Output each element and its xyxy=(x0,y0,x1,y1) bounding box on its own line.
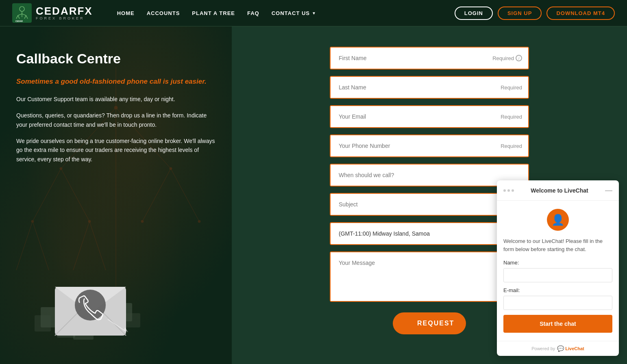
chevron-down-icon: ▼ xyxy=(312,11,316,15)
nav-links: HOME ACCOUNTS PLANT A TREE FAQ CONTACT U… xyxy=(117,10,455,16)
last-name-field: Required xyxy=(330,76,529,99)
livechat-name-label: Name: xyxy=(503,260,612,266)
svg-text:CEDAR: CEDAR xyxy=(15,20,23,22)
phone-field: Required xyxy=(330,134,529,157)
livechat-body: 👤 Welcome to our LiveChat! Please fill i… xyxy=(497,201,619,341)
livechat-name-input[interactable] xyxy=(503,268,612,282)
download-mt4-button[interactable]: DOWNLOAD MT4 xyxy=(546,6,615,20)
livechat-email-group: E-mail: xyxy=(503,287,612,315)
svg-line-14 xyxy=(61,169,89,221)
nav-plant-tree[interactable]: PLANT A TREE xyxy=(192,10,235,16)
dot-3 xyxy=(512,189,514,192)
tagline: Sometimes a good old-fashioned phone cal… xyxy=(16,77,216,87)
nav-home[interactable]: HOME xyxy=(117,10,135,16)
svg-point-24 xyxy=(31,220,34,223)
dot-2 xyxy=(507,189,510,192)
left-panel: Callback Centre Sometimes a good old-fas… xyxy=(0,26,232,364)
request-button[interactable]: REQUEST xyxy=(393,312,466,334)
livechat-widget: Welcome to LiveChat — 👤 Welcome to our L… xyxy=(497,180,619,356)
svg-point-22 xyxy=(60,167,62,170)
livechat-bubble-icon: 💬 xyxy=(557,345,564,352)
svg-line-17 xyxy=(16,221,33,270)
illustration xyxy=(33,234,146,348)
body-text-3: We pride ourselves on being a true custo… xyxy=(16,136,216,164)
svg-line-13 xyxy=(33,169,61,221)
svg-point-21 xyxy=(114,106,118,109)
logo-text: CEDARFX FOREX BROKER xyxy=(36,6,93,20)
body-text-2: Questions, queries, or quandaries? Then … xyxy=(16,111,216,129)
livechat-title: Welcome to LiveChat xyxy=(531,187,588,194)
email-input[interactable] xyxy=(331,106,528,127)
livechat-name-group: Name: xyxy=(503,260,612,287)
first-name-required: Required i xyxy=(492,55,522,61)
nav-faq[interactable]: FAQ xyxy=(247,10,259,16)
livechat-description: Welcome to our LiveChat! Please fill in … xyxy=(503,237,612,253)
nav-contact-label: CONTACT US xyxy=(272,10,310,16)
signup-button[interactable]: SIGN UP xyxy=(498,6,542,20)
livechat-avatar: 👤 xyxy=(547,209,569,231)
livechat-footer-brand: LiveChat xyxy=(565,346,584,351)
first-name-field: Required i xyxy=(330,47,529,69)
logo-brand: CEDARFX xyxy=(36,6,93,16)
svg-point-25 xyxy=(88,220,91,223)
svg-rect-29 xyxy=(35,315,51,332)
livechat-email-input[interactable] xyxy=(503,296,612,310)
body-text-1: Our Customer Support team is available a… xyxy=(16,95,216,104)
logo[interactable]: CEDAR CEDARFX FOREX BROKER xyxy=(12,3,93,23)
livechat-header: Welcome to LiveChat — xyxy=(497,180,619,201)
last-name-required: Required xyxy=(501,84,522,91)
livechat-brand: 💬 LiveChat xyxy=(557,345,584,352)
last-name-input[interactable] xyxy=(331,77,528,98)
start-chat-button[interactable]: Start the chat xyxy=(503,315,612,333)
svg-point-27 xyxy=(198,220,200,223)
nav-actions: LOGIN SIGN UP DOWNLOAD MT4 xyxy=(455,6,615,20)
login-button[interactable]: LOGIN xyxy=(455,6,493,20)
svg-line-15 xyxy=(142,169,171,221)
livechat-minimize-button[interactable]: — xyxy=(605,186,612,195)
info-icon: i xyxy=(516,55,522,61)
email-field: Required xyxy=(330,105,529,128)
navigation: CEDAR CEDARFX FOREX BROKER HOME ACCOUNTS… xyxy=(0,0,627,26)
nav-contact-us[interactable]: CONTACT US ▼ xyxy=(272,10,316,16)
phone-input[interactable] xyxy=(331,135,528,156)
logo-sub: FOREX BROKER xyxy=(36,16,93,20)
svg-line-16 xyxy=(171,169,199,221)
powered-by-text: Powered by xyxy=(531,346,555,351)
page-title: Callback Centre xyxy=(16,51,216,67)
dot-1 xyxy=(503,189,506,192)
livechat-footer: Powered by 💬 LiveChat xyxy=(497,341,619,356)
user-icon: 👤 xyxy=(551,214,564,226)
svg-point-23 xyxy=(170,167,172,170)
email-required: Required xyxy=(501,114,522,120)
svg-point-38 xyxy=(75,290,106,321)
livechat-email-label: E-mail: xyxy=(503,287,612,293)
nav-accounts[interactable]: ACCOUNTS xyxy=(147,10,180,16)
svg-point-26 xyxy=(141,220,144,223)
logo-icon: CEDAR xyxy=(12,3,32,23)
livechat-dots xyxy=(503,189,514,192)
phone-required: Required xyxy=(501,143,522,149)
